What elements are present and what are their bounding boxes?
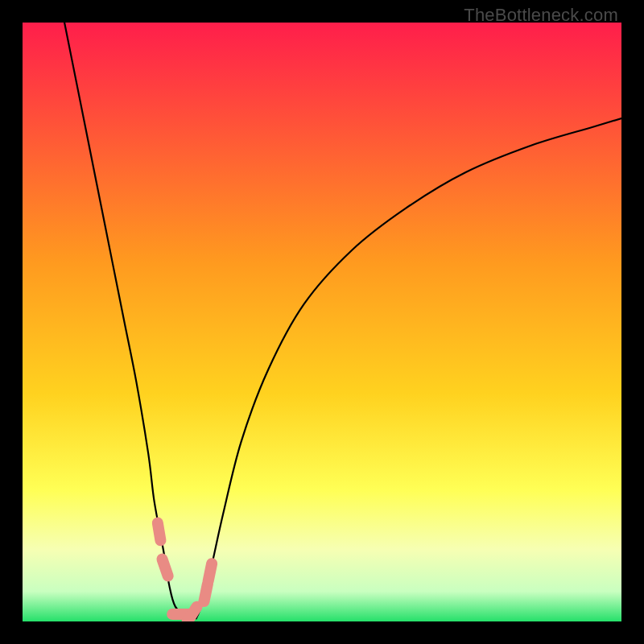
highlight-marker	[162, 559, 167, 576]
highlight-marker	[158, 523, 161, 541]
gradient-background	[23, 23, 621, 621]
chart-svg	[23, 23, 621, 621]
highlight-marker	[208, 564, 212, 581]
highlight-marker	[204, 584, 207, 602]
chart-plot-area	[23, 23, 621, 621]
